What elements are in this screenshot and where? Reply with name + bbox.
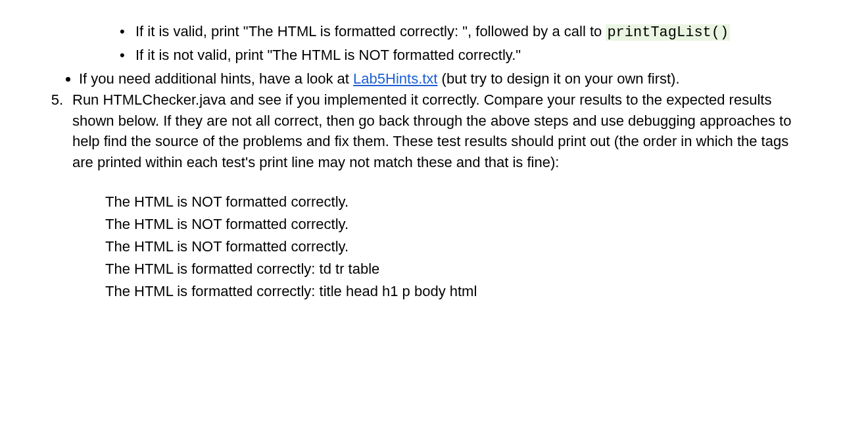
outer-bullet-list: If you need additional hints, have a loo… [39, 68, 809, 89]
step-5: 5. Run HTMLChecker.java and see if you i… [39, 89, 809, 302]
result-line: The HTML is NOT formatted correctly. [105, 191, 809, 213]
document-page: If it is valid, print "The HTML is forma… [0, 0, 868, 302]
hints-link[interactable]: Lab5Hints.txt [353, 70, 437, 87]
code-snippet: printTagList() [606, 24, 730, 41]
bullet-text: If it is not valid, print "The HTML is N… [135, 47, 521, 63]
bullet-text-post: (but try to design it on your own first)… [437, 70, 679, 87]
step-text: Run HTMLChecker.java and see if you impl… [72, 91, 791, 171]
inner-bullet-list: If it is valid, print "The HTML is forma… [39, 21, 809, 66]
bullet-text-pre: If you need additional hints, have a loo… [79, 70, 353, 87]
result-line: The HTML is NOT formatted correctly. [105, 214, 809, 235]
result-line: The HTML is formatted correctly: td tr t… [105, 259, 809, 280]
step-number: 5. [39, 89, 63, 111]
numbered-list: 5. Run HTMLChecker.java and see if you i… [39, 89, 809, 302]
list-item: If it is valid, print "The HTML is forma… [135, 21, 809, 43]
bullet-text: If it is valid, print "The HTML is forma… [135, 23, 606, 39]
expected-results: The HTML is NOT formatted correctly. The… [72, 191, 809, 301]
result-line: The HTML is formatted correctly: title h… [105, 281, 809, 302]
result-line: The HTML is NOT formatted correctly. [105, 236, 809, 257]
list-item: If you need additional hints, have a loo… [79, 68, 809, 89]
list-item: If it is not valid, print "The HTML is N… [135, 45, 809, 66]
